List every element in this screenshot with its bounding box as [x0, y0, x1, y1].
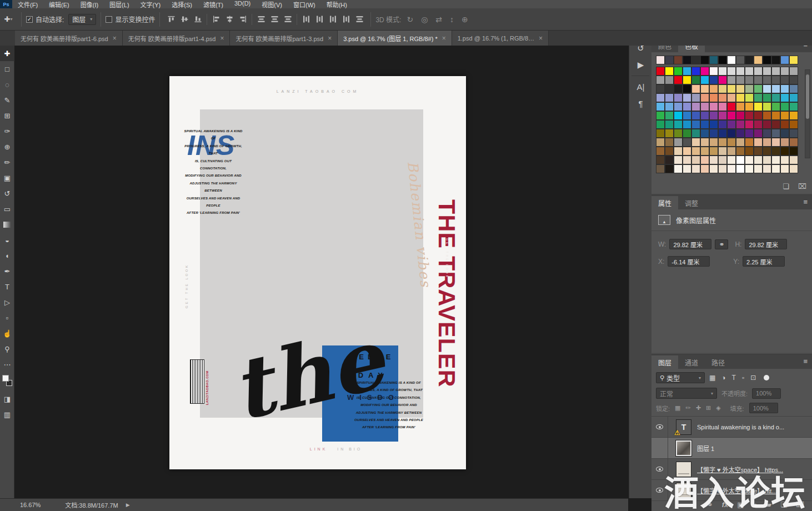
menu-item[interactable]: 文件(F) [12, 0, 43, 9]
swatch[interactable] [745, 93, 754, 102]
close-tab-icon[interactable]: × [328, 34, 332, 42]
dist-hspace-icon[interactable] [339, 13, 353, 26]
swatch[interactable] [691, 164, 700, 173]
swatch[interactable] [665, 138, 674, 147]
swatch[interactable] [683, 138, 691, 147]
move-tool-icon[interactable]: ✚▾ [0, 12, 17, 27]
layer-filter-dropdown[interactable]: ⚲类型▾ [656, 372, 705, 383]
swatch[interactable] [754, 120, 763, 129]
swatch[interactable] [736, 147, 745, 156]
swatch[interactable] [665, 156, 674, 164]
dodge-tool[interactable]: ◖ [0, 248, 14, 263]
x-field[interactable]: -6.14 厘米 [668, 256, 710, 267]
swatch[interactable] [656, 156, 665, 164]
swatch[interactable] [727, 147, 736, 156]
swatch[interactable] [780, 67, 789, 76]
swatch[interactable] [709, 67, 718, 76]
align-hcenter-icon[interactable] [223, 13, 236, 26]
3d-rotate-icon[interactable]: ↻ [407, 15, 413, 24]
swatch[interactable] [789, 56, 798, 64]
healing-brush-tool[interactable]: ⊕ [0, 139, 14, 154]
swatch[interactable] [665, 120, 674, 129]
blend-mode-dropdown[interactable]: 正常▾ [656, 388, 717, 399]
swatch[interactable] [763, 129, 771, 138]
swatch[interactable] [789, 164, 798, 173]
visibility-cell[interactable] [651, 438, 668, 459]
layer-name[interactable]: 图层 1 [697, 444, 714, 453]
swatch[interactable] [745, 102, 754, 111]
filter-smart-icon[interactable]: ⊡ [750, 374, 756, 382]
layer-row[interactable]: T⚠Spiritual awakening is a kind o... [651, 417, 812, 438]
clone-stamp-tool[interactable]: ▣ [0, 170, 14, 186]
swatch[interactable] [665, 129, 674, 138]
swatch[interactable] [709, 84, 718, 93]
swatch[interactable] [700, 111, 709, 120]
swatch[interactable] [771, 56, 780, 64]
swatch[interactable] [745, 56, 754, 64]
swatch[interactable] [736, 93, 745, 102]
width-field[interactable]: 29.82 厘米 [669, 239, 711, 249]
swatch[interactable] [736, 67, 745, 76]
swatch[interactable] [718, 120, 727, 129]
swatch[interactable] [691, 93, 700, 102]
swatch[interactable] [656, 84, 665, 93]
swatch[interactable] [691, 138, 700, 147]
swatch[interactable] [656, 120, 665, 129]
move-tool[interactable]: ✚ [0, 46, 14, 61]
align-bottom-icon[interactable] [191, 13, 204, 26]
swatch[interactable] [763, 111, 771, 120]
swatch[interactable] [745, 84, 754, 93]
swatch[interactable] [754, 111, 763, 120]
swatch[interactable] [736, 56, 745, 64]
layer-thumbnail[interactable] [676, 440, 691, 456]
swatch[interactable] [727, 156, 736, 164]
swatch[interactable] [700, 129, 709, 138]
doc-tab[interactable]: 无何有 欧美画册排版part1-6.psd× [15, 31, 123, 46]
swatch[interactable] [674, 76, 683, 84]
swatch[interactable] [745, 120, 754, 129]
swatch[interactable] [691, 102, 700, 111]
swatch[interactable] [754, 147, 763, 156]
swatch[interactable] [754, 67, 763, 76]
swatch[interactable] [754, 156, 763, 164]
tab-路径[interactable]: 路径 [705, 355, 731, 369]
swatch[interactable] [683, 129, 691, 138]
swatch[interactable] [683, 156, 691, 164]
swatch[interactable] [665, 102, 674, 111]
swatch[interactable] [700, 102, 709, 111]
swatch[interactable] [691, 147, 700, 156]
close-tab-icon[interactable]: × [539, 34, 543, 42]
swatch[interactable] [727, 67, 736, 76]
swatch[interactable] [727, 93, 736, 102]
swatch[interactable] [780, 93, 789, 102]
lock-pixels-icon[interactable]: ✏ [685, 404, 690, 412]
tab-图层[interactable]: 图层 [651, 355, 678, 369]
lock-transparent-icon[interactable]: ▦ [675, 404, 680, 412]
swatch[interactable] [691, 156, 700, 164]
swatch[interactable] [656, 138, 665, 147]
eye-icon[interactable] [656, 467, 663, 472]
swatch[interactable] [656, 111, 665, 120]
swatch[interactable] [700, 56, 709, 64]
swatch[interactable] [789, 129, 798, 138]
swatch[interactable] [718, 67, 727, 76]
swatch-scrollbar[interactable] [805, 69, 810, 158]
swatch[interactable] [718, 156, 727, 164]
auto-select-checkbox[interactable]: ✓ [26, 16, 33, 23]
swatch[interactable] [700, 147, 709, 156]
swatch[interactable] [674, 93, 683, 102]
history-brush-tool[interactable]: ↺ [0, 186, 14, 201]
filter-adjustment-icon[interactable]: ◑ [721, 374, 725, 382]
swatch[interactable] [754, 93, 763, 102]
swatch[interactable] [674, 111, 683, 120]
swatch[interactable] [656, 129, 665, 138]
swatch[interactable] [736, 129, 745, 138]
swatch[interactable] [656, 102, 665, 111]
swatch[interactable] [763, 156, 771, 164]
filter-type-icon[interactable]: T [732, 374, 736, 382]
swatch[interactable] [745, 156, 754, 164]
swatch[interactable] [691, 56, 700, 64]
swatch[interactable] [780, 138, 789, 147]
swatch[interactable] [709, 56, 718, 64]
swatch[interactable] [789, 76, 798, 84]
